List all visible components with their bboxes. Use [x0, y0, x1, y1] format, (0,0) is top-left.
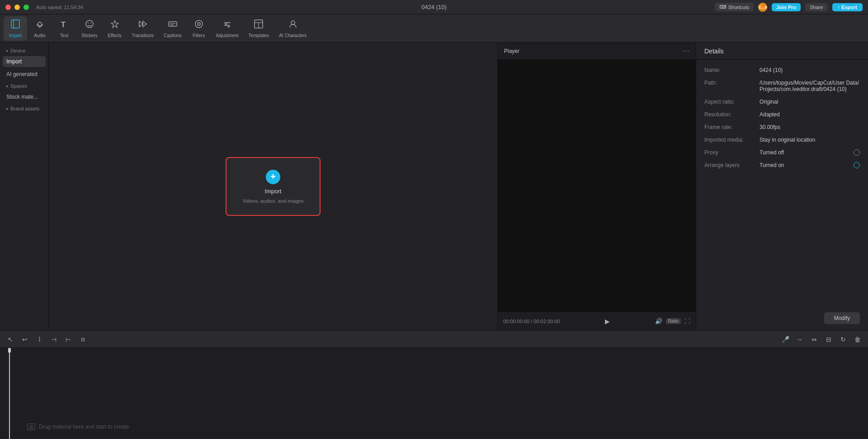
playhead[interactable] — [9, 348, 10, 439]
toolbar-item-effects[interactable]: Effects — [103, 16, 127, 41]
filters-icon — [194, 19, 204, 31]
svg-point-19 — [291, 21, 295, 24]
trim-left-button[interactable]: ⊣ — [48, 334, 60, 345]
detail-row-proxy: Proxy Turned off — [704, 149, 860, 156]
ai_characters-icon — [288, 19, 298, 31]
split-button[interactable]: ⌇ — [33, 334, 45, 345]
effects-icon — [110, 19, 120, 31]
film-icon: ▤ — [27, 424, 35, 430]
device-arrow-icon: ▸ — [6, 48, 9, 53]
drag-material-hint: ▤ Drag material here and start to create — [27, 424, 129, 430]
crop-button[interactable]: ⧈ — [77, 334, 89, 345]
player-panel: Player ⋯ 00:00:00:00 / 00:02:00:00 ▶ 🔊 R… — [497, 43, 696, 330]
import-sublabel: Videos, audios, and images — [243, 198, 304, 204]
share-button[interactable]: Share — [805, 3, 827, 11]
avatar[interactable]: C...0 — [758, 3, 767, 12]
details-title: Details — [704, 48, 724, 55]
toolbar-item-captions[interactable]: Captions — [159, 16, 186, 41]
sidebar-item-ai-generated[interactable]: AI generated — [3, 69, 46, 80]
volume-icon[interactable]: 🔊 — [655, 318, 662, 324]
traffic-light-red[interactable] — [5, 5, 11, 10]
stickers-icon — [85, 19, 94, 31]
media-area: + Import Videos, audios, and images — [49, 43, 497, 330]
brand-assets-arrow-icon: ▸ — [6, 106, 9, 111]
player-menu-icon[interactable]: ⋯ — [682, 47, 689, 55]
detail-key-proxy: Proxy — [704, 149, 754, 156]
toolbar-item-import[interactable]: Import — [4, 16, 27, 41]
toolbar-label-ai_characters: AI Characters — [279, 33, 307, 38]
spaces-arrow-icon: ▸ — [6, 84, 9, 88]
toolbar-item-ai_characters[interactable]: AI Characters — [274, 16, 311, 41]
export-button[interactable]: ↑ Export — [832, 3, 863, 11]
fullscreen-icon[interactable]: ⛶ — [684, 318, 690, 324]
detail-key-imported-media: Imported media: — [704, 137, 754, 143]
toolbar-item-adjustment[interactable]: Adjustment — [212, 16, 243, 41]
join-pro-button[interactable]: Join Pro — [772, 3, 801, 11]
svg-text:T: T — [61, 21, 66, 29]
detail-row-path: Path: /Users/topgus/Movies/CapCut/User D… — [704, 80, 860, 92]
import-plus-icon: + — [266, 170, 280, 184]
timeline: ↖ ↩ ⌇ ⊣ ⊢ ⧈ 🎤 ↔ ⇔ ⊟ ↻ 🗑 ▤ Drag material … — [0, 330, 868, 439]
sidebar-brand-label: Brand assets — [10, 106, 39, 111]
proxy-toggle[interactable] — [854, 149, 860, 156]
main-toolbar: Import Audio T Text Stickers Effects Tra… — [0, 14, 868, 43]
detail-key-path: Path: — [704, 80, 754, 92]
loop-button[interactable]: ↻ — [837, 334, 849, 345]
toolbar-item-filters[interactable]: Filters — [187, 16, 211, 41]
delete-button[interactable]: 🗑 — [852, 334, 863, 345]
body-layout: ▸ Device Import AI generated ▸ Spaces St… — [0, 43, 868, 330]
keyboard-icon: ⌨ — [719, 4, 726, 10]
toolbar-item-stickers[interactable]: Stickers — [77, 16, 102, 41]
sidebar-item-label-device: Device — [10, 48, 26, 53]
autosave-label: Auto saved: 11:54:34 — [36, 5, 83, 10]
shortcuts-button[interactable]: ⌨ Shortcuts — [715, 3, 754, 11]
detail-key-name: Name: — [704, 67, 754, 73]
sidebar-item-import[interactable]: Import — [3, 56, 46, 67]
svg-rect-0 — [11, 20, 19, 28]
toolbar-item-templates[interactable]: Templates — [244, 16, 274, 41]
project-title: 0424 (10) — [421, 4, 447, 10]
fit-height-button[interactable]: ⇔ — [808, 334, 820, 345]
shortcuts-label: Shortcuts — [728, 5, 749, 10]
traffic-light-yellow[interactable] — [14, 5, 20, 10]
detail-val-path: /Users/topgus/Movies/CapCut/User Data/Pr… — [760, 80, 860, 92]
text-icon: T — [59, 19, 69, 31]
import-label: Import — [265, 188, 282, 195]
captions-icon — [168, 19, 178, 31]
sidebar: ▸ Device Import AI generated ▸ Spaces St… — [0, 43, 49, 330]
ratio-badge[interactable]: Ratio — [666, 318, 681, 324]
svg-marker-8 — [111, 20, 118, 28]
svg-point-5 — [86, 20, 93, 28]
detail-row-resolution: Resolution: Adapted — [704, 111, 860, 118]
split-screen-button[interactable]: ⊟ — [823, 334, 835, 345]
toolbar-item-text[interactable]: T Text — [52, 16, 76, 41]
toolbar-item-transitions[interactable]: Transitions — [127, 16, 159, 41]
svg-point-7 — [90, 23, 91, 24]
trim-right-button[interactable]: ⊢ — [62, 334, 74, 345]
traffic-light-green[interactable] — [24, 5, 29, 10]
toolbar-label-audio: Audio — [34, 33, 46, 38]
audio-button[interactable]: 🎤 — [779, 334, 791, 345]
toolbar-label-effects: Effects — [108, 33, 121, 38]
import-dropzone[interactable]: + Import Videos, audios, and images — [226, 157, 321, 216]
time-current: 00:00:00:00 — [503, 319, 529, 324]
drag-hint-text: Drag material here and start to create — [39, 424, 129, 430]
spaces-section: ▸ Spaces — [3, 81, 46, 90]
fit-width-button[interactable]: ↔ — [794, 334, 806, 345]
play-button[interactable]: ▶ — [602, 316, 613, 327]
detail-row-framerate: Frame rate: 30.00fps — [704, 124, 860, 130]
sidebar-import-label: Import — [6, 58, 22, 65]
titlebar-left: Auto saved: 11:54:34 — [5, 5, 83, 10]
sidebar-item-stock-mate[interactable]: Stock mate... — [3, 91, 46, 102]
details-body: Name: 0424 (10) Path: /Users/topgus/Movi… — [696, 60, 868, 312]
player-right-controls: 🔊 Ratio ⛶ — [655, 318, 690, 324]
timeline-tracks: ▤ Drag material here and start to create — [0, 348, 868, 439]
avatar-text: C...0 — [759, 5, 767, 10]
arrange-layers-toggle[interactable] — [854, 162, 860, 168]
undo-button[interactable]: ↩ — [19, 334, 31, 345]
select-tool-button[interactable]: ↖ — [5, 334, 16, 345]
modify-button[interactable]: Modify — [824, 312, 860, 324]
device-section: ▸ Device — [3, 46, 46, 54]
time-total: 00:02:00:00 — [533, 319, 560, 324]
toolbar-item-audio[interactable]: Audio — [28, 16, 52, 41]
